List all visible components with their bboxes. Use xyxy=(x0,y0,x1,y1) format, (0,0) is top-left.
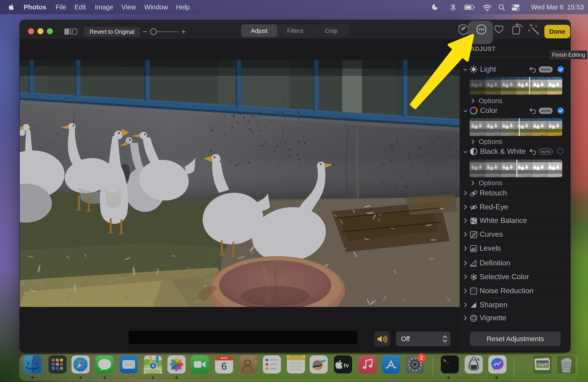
svg-text:B: B xyxy=(474,221,476,224)
svg-text:W: W xyxy=(472,218,474,221)
